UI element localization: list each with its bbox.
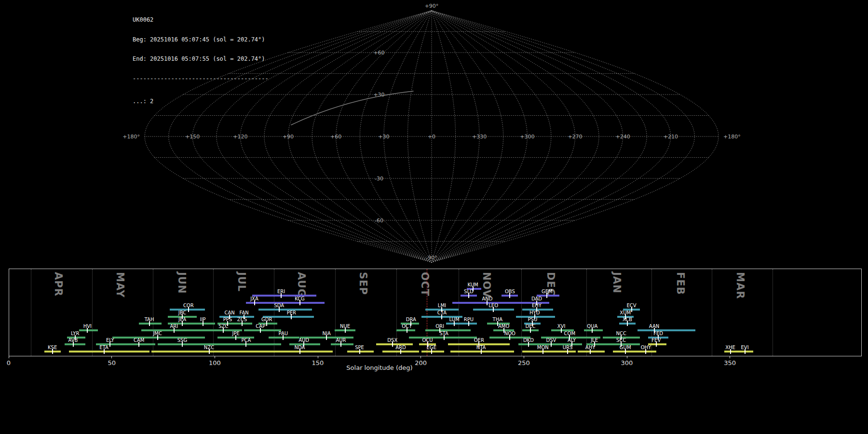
shower-label: JBC (172, 310, 192, 315)
shower-bar (396, 329, 415, 331)
shower-label: OCU (418, 338, 438, 343)
shower-label: JEA (172, 317, 192, 322)
shower-bar (421, 351, 444, 353)
shower-label: PAU (273, 331, 293, 336)
observation-info-block: UK0062 Beg: 20251016 05:07:45 (sol = 202… (133, 4, 269, 118)
shower-label: ARD (391, 345, 411, 350)
sky-lon-label: +270 (568, 134, 582, 140)
shower-label: EVI (735, 345, 755, 350)
shower-label: KCG (290, 296, 310, 301)
shower-label: IIP (193, 317, 213, 322)
sky-lon-label: +210 (664, 134, 678, 140)
shower-label: FAN (234, 310, 254, 315)
month-label: FEB (675, 272, 686, 295)
x-axis-title: Solar longitude (deg) (331, 364, 428, 371)
shower-bar (724, 351, 739, 353)
sky-grid-meridian (288, 11, 432, 262)
shower-label: SLD (459, 289, 479, 294)
x-axis: 050100150200250300350 (0, 356, 868, 375)
shower-label: AHY (580, 345, 600, 350)
shower-label: RPU (459, 317, 479, 322)
shower-label: NTA (471, 345, 491, 350)
sky-lon-label: +0 (428, 134, 435, 140)
sky-lon-label: +300 (520, 134, 534, 140)
shower-label: OER (469, 338, 489, 343)
shower-label: XVI (551, 324, 571, 329)
shower-label: HVI (77, 324, 97, 329)
x-axis-tick-label: 100 (205, 359, 224, 366)
shower-label: LYR (65, 331, 85, 336)
x-axis-tick-label: 350 (720, 359, 740, 366)
station-id: UK0062 (133, 17, 269, 24)
month-label: MAY (114, 272, 126, 298)
x-axis-tick (524, 356, 524, 358)
shower-label: TAH (139, 317, 160, 322)
month-gridline (31, 269, 31, 356)
shower-bar (124, 343, 155, 345)
sky-lon-label: +180° (723, 134, 741, 140)
shower-label: NCC (611, 331, 631, 336)
meteor-trail (291, 91, 413, 125)
shower-label: FEV (646, 338, 666, 343)
shower-label: CAM (129, 338, 149, 343)
shower-label: NDA (290, 345, 310, 350)
sky-lon-label: +330 (472, 134, 487, 140)
shower-label: KSE (42, 345, 63, 350)
shower-label: NUE (335, 324, 355, 329)
shower-label: ZCS (232, 317, 252, 322)
shower-bar (637, 351, 656, 353)
shower-label: AAN (644, 324, 665, 329)
shower-label: GEM (537, 289, 557, 294)
shower-bar (269, 351, 333, 353)
month-label: JUN (176, 272, 188, 294)
shower-label: ETA (94, 345, 114, 350)
shower-label: DEC (520, 324, 541, 329)
shower-label: HYD (525, 310, 545, 315)
sky-lat-label: +60 (373, 50, 384, 56)
shower-label: COR (178, 303, 199, 308)
shower-label: ECV (622, 303, 642, 308)
shower-label: CAP (250, 324, 271, 329)
shower-label: DAD (527, 296, 547, 301)
shower-bar (246, 302, 269, 304)
shower-label: NOO (500, 331, 520, 336)
shower-label: JMC (148, 331, 168, 336)
shower-label: ALY (562, 338, 582, 343)
shower-bar (739, 351, 753, 353)
x-axis-tick-label: 250 (514, 359, 533, 366)
shower-bar (613, 351, 640, 353)
shower-label: AUR (331, 338, 351, 343)
shower-label: DSX (382, 338, 403, 343)
shower-label: PSU (522, 317, 542, 322)
shower-label: DRA (401, 317, 421, 322)
shower-label: AUD (294, 338, 314, 343)
shower-label: EGE (421, 345, 442, 350)
shower-label: NIA (316, 331, 337, 336)
shower-label: JLE (584, 338, 605, 343)
x-axis-tick-label: 50 (102, 359, 122, 366)
shower-bar (69, 351, 149, 353)
shower-label: URS (557, 345, 578, 350)
shower-label: FED (648, 331, 668, 336)
x-axis-tick (215, 356, 215, 358)
shower-bar (192, 323, 215, 325)
month-gridline (773, 269, 773, 356)
shower-label: XCB (617, 317, 637, 322)
shower-label: LMI (432, 303, 452, 308)
shower-label: NZC (199, 345, 219, 350)
shower-label: PCA (236, 338, 256, 343)
x-axis-tick (9, 356, 9, 358)
sky-lon-label: +180° (122, 134, 140, 140)
shower-label: STA (434, 331, 454, 336)
month-label: JAN (611, 272, 623, 294)
shower-label: SCC (611, 338, 631, 343)
shower-label: COM (559, 331, 580, 336)
shower-label: OHY (636, 345, 656, 350)
month-gridline (153, 269, 153, 356)
separator-line: --------------------------------------- (133, 76, 269, 82)
month-label: MAR (734, 272, 746, 299)
month-gridline (213, 269, 214, 356)
sky-lon-label: +120 (233, 134, 247, 140)
month-label: AUG (296, 272, 307, 298)
month-label: APR (53, 272, 64, 297)
